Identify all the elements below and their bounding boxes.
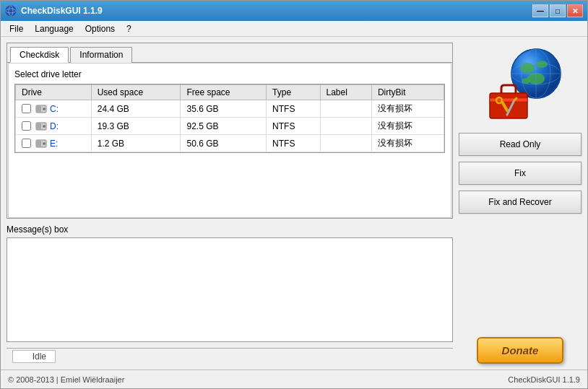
maximize-button[interactable]: □	[550, 4, 566, 17]
table-row[interactable]: D: 19.3 GB92.5 GBNTFS没有损坏	[16, 118, 444, 135]
svg-rect-8	[37, 123, 41, 129]
left-panel: Checkdisk Information Select drive lette…	[7, 43, 453, 364]
svg-point-18	[536, 61, 548, 68]
main-content: Checkdisk Information Select drive lette…	[1, 37, 587, 370]
drive-checkbox-1[interactable]	[22, 121, 31, 131]
table-row[interactable]: E: 1.2 GB50.6 GBNTFS没有损坏	[16, 135, 444, 152]
minimize-button[interactable]: —	[532, 4, 548, 17]
messages-section: Message(s) box	[7, 224, 453, 342]
col-used-space: Used space	[91, 85, 181, 100]
messages-label: Message(s) box	[7, 224, 453, 235]
table-row[interactable]: C: 24.4 GB35.6 GBNTFS没有损坏	[16, 100, 444, 118]
menu-help[interactable]: ?	[121, 22, 137, 35]
checkdisk-tab-content: Select drive letter Drive Used space Fre…	[8, 63, 451, 218]
drive-checkbox-0[interactable]	[22, 104, 31, 113]
fix-button[interactable]: Fix	[459, 162, 581, 185]
title-bar: CheckDiskGUI 1.1.9 — □ ✕	[1, 1, 587, 21]
menu-language[interactable]: Language	[29, 22, 79, 35]
window-title: CheckDiskGUI 1.1.9	[21, 6, 532, 16]
svg-point-17	[520, 63, 535, 73]
drive-checkbox-2[interactable]	[22, 139, 31, 148]
copyright-text: © 2008-2013 | Emiel Wiëldraaijer	[8, 375, 124, 384]
svg-line-30	[514, 98, 516, 100]
right-panel: Read Only Fix Fix and Recover Donate	[459, 43, 581, 364]
version-text: CheckDiskGUI 1.1.9	[508, 375, 580, 384]
bottom-bar: © 2008-2013 | Emiel Wiëldraaijer CheckDi…	[1, 370, 587, 388]
action-buttons: Read Only Fix Fix and Recover	[459, 133, 581, 214]
menu-file[interactable]: File	[4, 22, 29, 35]
menu-bar: File Language Options ?	[1, 21, 587, 37]
tabs-container: Checkdisk Information Select drive lette…	[7, 43, 453, 219]
drive-table: Drive Used space Free space Type Label D…	[14, 84, 445, 153]
status-text: Idle	[33, 351, 46, 362]
col-type: Type	[267, 85, 320, 100]
col-free-space: Free space	[181, 85, 267, 100]
status-container: Idle	[12, 350, 56, 363]
close-button[interactable]: ✕	[567, 4, 583, 17]
svg-point-6	[43, 108, 45, 110]
svg-point-10	[43, 126, 45, 127]
col-label: Label	[320, 85, 371, 100]
status-bar: Idle	[7, 348, 453, 364]
window-controls: — □ ✕	[532, 4, 583, 17]
col-drive: Drive	[16, 85, 92, 100]
main-window: CheckDiskGUI 1.1.9 — □ ✕ File Language O…	[0, 0, 588, 389]
drive-section-label: Select drive letter	[14, 69, 445, 79]
menu-options[interactable]: Options	[79, 22, 121, 35]
col-dirtybit: DirtyBit	[371, 85, 444, 100]
app-logo-icon	[484, 46, 556, 118]
svg-rect-4	[37, 106, 41, 112]
tab-checkdisk[interactable]: Checkdisk	[10, 47, 69, 63]
messages-box[interactable]	[7, 237, 453, 342]
fix-and-recover-button[interactable]: Fix and Recover	[459, 191, 581, 214]
svg-point-0	[6, 6, 16, 16]
donate-button[interactable]: Donate	[477, 337, 563, 364]
read-only-button[interactable]: Read Only	[459, 133, 581, 156]
svg-point-14	[43, 143, 45, 144]
tab-information[interactable]: Information	[70, 47, 132, 63]
app-icon	[5, 5, 17, 17]
svg-rect-25	[490, 93, 527, 118]
tab-header: Checkdisk Information	[7, 43, 452, 63]
svg-rect-12	[37, 141, 41, 147]
